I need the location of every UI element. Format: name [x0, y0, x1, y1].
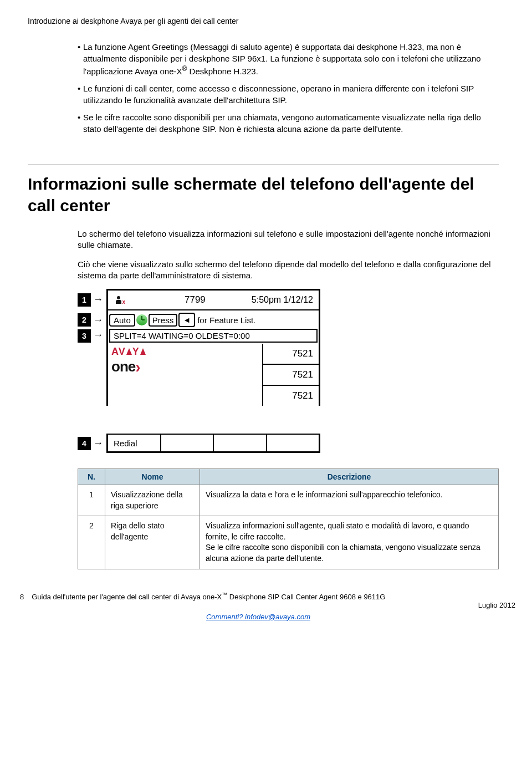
th-nome: Nome [105, 469, 200, 485]
arrow-icon: → [93, 314, 103, 326]
th-desc: Descrizione [200, 469, 499, 485]
paragraph: Lo schermo del telefono visualizza infor… [78, 228, 499, 251]
bullet-list: • La funzione Agent Greetings (Messaggi … [78, 41, 499, 135]
footer-title: Guida dell'utente per l'agente del call … [32, 592, 499, 601]
screen-brand-area: AVY one› 7521 7521 7521 [108, 344, 319, 406]
screen-top-row: x 7799 5:50pm 1/12/12 [108, 291, 319, 310]
chapter-header: Introduzione ai deskphone Avaya per gli … [28, 17, 504, 26]
hint-feature: for Feature List. [197, 315, 255, 325]
softkey-redial: Redial [108, 435, 161, 451]
phone-screen-figure: 1 → x 7799 5:50pm 1/12/12 2 → Auto [78, 289, 499, 453]
screen-softkey-row: Redial [108, 434, 319, 451]
th-n: N. [78, 469, 105, 485]
bullet-text: Se le cifre raccolte sono disponibili pe… [83, 111, 499, 135]
callout-2: 2 [78, 313, 91, 327]
list-item: • Se le cifre raccolte sono disponibili … [78, 111, 499, 135]
line-appearance: 7521 [263, 365, 319, 386]
line-appearance: 7521 [263, 344, 319, 365]
list-item: • La funzione Agent Greetings (Messaggi … [78, 41, 499, 77]
screen-datetime: 5:50pm 1/12/12 [252, 295, 313, 305]
section-rule [28, 165, 499, 165]
screen-extension: 7799 [139, 294, 252, 305]
arrow-icon: → [93, 437, 103, 449]
line-appearance: 7521 [263, 386, 319, 406]
screen-status-row: Auto Press ◄ for Feature List. [108, 310, 319, 329]
paragraph: Ciò che viene visualizzato sullo schermo… [78, 259, 499, 282]
footer-date: Luglio 2012 [18, 601, 515, 609]
callout-3: 3 [78, 329, 91, 343]
list-item: • Le funzioni di call center, come acces… [78, 83, 499, 106]
hint-press: Press [149, 314, 177, 327]
clock-icon [136, 314, 147, 325]
presence-icon: x [116, 296, 122, 304]
page-number: 8 [20, 593, 24, 601]
left-arrow-key-icon: ◄ [178, 313, 195, 327]
screen-queue-row: SPLIT=4 WAITING=0 OLDEST=0:00 [109, 329, 318, 343]
section-title: Informazioni sulle schermate del telefon… [28, 173, 499, 216]
table-row: 2 Riga dello stato dell'agente Visualizz… [78, 516, 499, 569]
comments-link[interactable]: Commenti? infodev@avaya.com [206, 613, 310, 621]
table-row: 1 Visualizzazione della riga superiore V… [78, 485, 499, 516]
avaya-logo: AVY one› [108, 344, 263, 406]
arrow-icon: → [93, 294, 103, 305]
bullet-text: Le funzioni di call center, come accesso… [83, 83, 499, 106]
bullet-text: La funzione Agent Greetings (Messaggi di… [83, 41, 499, 77]
definition-table: N. Nome Descrizione 1 Visualizzazione de… [78, 468, 499, 569]
arrow-icon: → [93, 329, 103, 341]
callout-4: 4 [78, 437, 91, 450]
agent-mode-pill: Auto [109, 314, 135, 327]
callout-1: 1 [78, 293, 91, 307]
page-footer: 8 Guida dell'utente per l'agente del cal… [18, 592, 499, 621]
